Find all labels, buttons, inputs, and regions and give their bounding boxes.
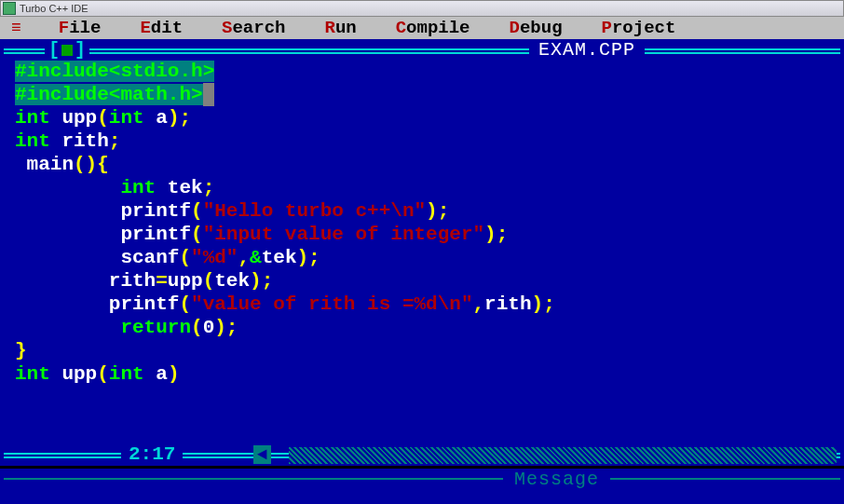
code-line: int tek;: [15, 176, 844, 199]
scroll-left-icon[interactable]: ◄: [253, 445, 271, 464]
system-menu-icon[interactable]: ≡: [11, 20, 21, 36]
code-line: int upp(int a): [15, 362, 844, 386]
menu-file[interactable]: File: [59, 18, 102, 38]
code-line: #include<math.h>: [15, 84, 203, 105]
menu-debug[interactable]: Debug: [510, 18, 563, 38]
editor-window[interactable]: [] EXAM.CPP #include<stdio.h> #include<m…: [0, 39, 844, 466]
message-window[interactable]: Message: [0, 466, 844, 504]
code-line: scanf("%d",&tek);: [15, 246, 844, 269]
menu-search[interactable]: Search: [222, 18, 285, 38]
menu-project[interactable]: Project: [602, 18, 676, 38]
horizontal-scrollbar[interactable]: [289, 447, 837, 464]
menubar: ≡ File Edit Search Run Compile Debug Pro…: [0, 17, 844, 39]
window-title: Turbo C++ IDE: [20, 3, 88, 14]
close-square-icon: [61, 45, 73, 56]
code-line: #include<stdio.h>: [15, 61, 214, 82]
cursor-position: 2:17: [121, 443, 183, 465]
code-line: }: [15, 339, 844, 362]
editor-status-row: 2:17 ◄: [0, 445, 844, 466]
window-titlebar: Turbo C++ IDE: [0, 0, 844, 17]
text-cursor: [203, 83, 214, 106]
code-line: printf("value of rith is =%d\n",rith);: [15, 293, 844, 316]
menu-run[interactable]: Run: [324, 18, 356, 38]
message-window-title: Message: [503, 469, 610, 490]
code-line: main(){: [15, 153, 844, 176]
code-line: int rith;: [15, 129, 844, 153]
editor-filename: EXAM.CPP: [529, 39, 645, 61]
code-line: printf("input value of integer");: [15, 223, 844, 246]
menu-edit[interactable]: Edit: [140, 18, 183, 38]
code-line: return(0);: [15, 316, 844, 339]
code-line: int upp(int a);: [15, 106, 844, 129]
editor-close-control[interactable]: []: [45, 39, 89, 61]
editor-frame-top: [] EXAM.CPP: [0, 39, 844, 60]
menu-compile[interactable]: Compile: [396, 18, 470, 38]
app-icon: [3, 2, 16, 15]
code-line: printf("Hello turbo c++\n");: [15, 199, 844, 223]
code-editor[interactable]: #include<stdio.h> #include<math.h> int u…: [0, 60, 844, 386]
frame-border: [4, 478, 840, 480]
frame-border: [4, 48, 840, 54]
code-line: rith=upp(tek);: [15, 269, 844, 293]
